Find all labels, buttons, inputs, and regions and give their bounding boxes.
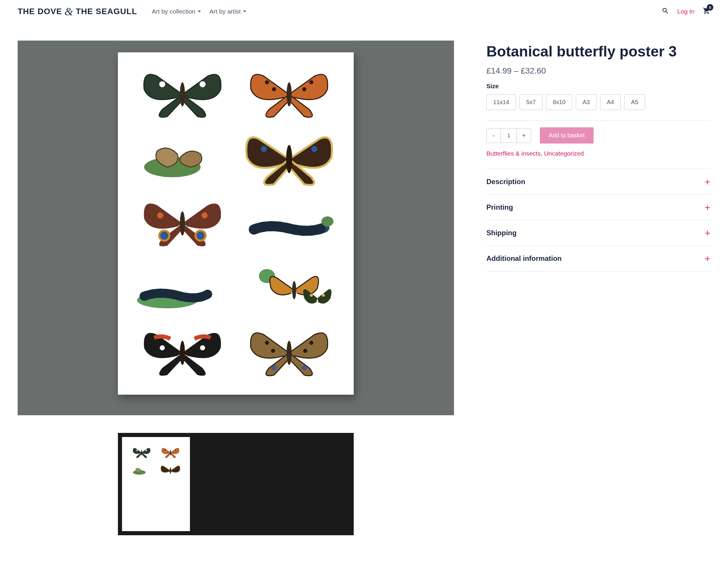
- svg-point-34: [136, 450, 138, 451]
- svg-point-30: [303, 349, 307, 353]
- plus-icon: +: [704, 228, 710, 238]
- search-icon[interactable]: [662, 7, 669, 16]
- size-option-5x7[interactable]: 5x7: [520, 94, 542, 110]
- butterfly-illustration: [132, 193, 233, 254]
- svg-point-12: [180, 211, 185, 236]
- header: THE DOVE & THE SEAGULL Art by collection…: [0, 0, 728, 23]
- size-option-a5[interactable]: A5: [624, 94, 645, 110]
- cart-button[interactable]: 0: [703, 7, 710, 16]
- plus-icon: +: [704, 177, 710, 187]
- product-title: Botanical butterfly poster 3: [486, 44, 710, 60]
- svg-point-0: [180, 82, 185, 106]
- svg-point-32: [302, 365, 307, 370]
- svg-point-22: [322, 294, 325, 297]
- svg-point-24: [160, 345, 165, 350]
- butterfly-illustration: [132, 323, 233, 383]
- svg-point-31: [272, 365, 277, 370]
- size-option-a3[interactable]: A3: [576, 94, 596, 110]
- svg-point-40: [170, 467, 171, 474]
- poster-frame-black: [118, 433, 354, 535]
- svg-point-2: [200, 81, 206, 87]
- svg-point-4: [265, 80, 269, 84]
- qty-increment-button[interactable]: +: [517, 129, 531, 143]
- caterpillar-illustration: [239, 193, 340, 254]
- svg-point-3: [287, 82, 292, 106]
- add-to-basket-button[interactable]: Add to basket: [540, 127, 593, 144]
- svg-point-1: [159, 81, 166, 87]
- nav-art-by-collection[interactable]: Art by collection: [152, 8, 201, 15]
- poster-artwork: [122, 437, 190, 531]
- nav-art-by-artist[interactable]: Art by artist: [210, 8, 246, 15]
- butterfly-illustration: [239, 323, 340, 383]
- qty-input[interactable]: [501, 129, 517, 143]
- svg-point-29: [271, 349, 275, 353]
- butterfly-illustration: [239, 64, 340, 125]
- separator: ,: [541, 150, 544, 157]
- svg-point-35: [146, 450, 147, 451]
- accordion-title: Printing: [486, 203, 513, 211]
- logo[interactable]: THE DOVE & THE SEAGULL: [18, 6, 137, 17]
- login-link[interactable]: Log In: [677, 8, 694, 15]
- category-link-butterflies[interactable]: Butterflies & insects: [486, 150, 540, 157]
- butterfly-illustration: [159, 464, 182, 477]
- product-details: Botanical butterfly poster 3 £14.99 – £3…: [486, 41, 710, 535]
- butterfly-illustration: [130, 446, 153, 459]
- size-option-11x14[interactable]: 11x14: [486, 94, 516, 110]
- accordion-additional-info[interactable]: Additional information +: [486, 246, 710, 271]
- svg-point-28: [309, 341, 313, 345]
- logo-part-right: THE SEAGULL: [76, 7, 137, 16]
- svg-point-26: [287, 341, 292, 365]
- svg-point-33: [141, 450, 142, 456]
- accordion-shipping[interactable]: Shipping +: [486, 220, 710, 246]
- chevron-down-icon: [198, 11, 201, 12]
- category-link-uncategorized[interactable]: Uncategorized: [544, 150, 584, 157]
- product-gallery: [18, 41, 454, 535]
- caterpillar-illustration: [132, 258, 233, 318]
- size-option-a4[interactable]: A4: [600, 94, 621, 110]
- svg-point-23: [180, 341, 185, 365]
- butterfly-illustration: [239, 258, 340, 318]
- svg-point-5: [309, 80, 313, 84]
- svg-point-13: [159, 231, 169, 241]
- butterfly-illustration: [130, 464, 153, 477]
- butterfly-illustration: [132, 64, 233, 125]
- main-content: Botanical butterfly poster 3 £14.99 – £3…: [0, 23, 728, 553]
- svg-point-7: [302, 87, 306, 91]
- product-categories: Butterflies & insects, Uncategorized: [486, 150, 710, 169]
- size-option-8x10[interactable]: 8x10: [546, 94, 572, 110]
- svg-point-14: [196, 231, 206, 241]
- svg-point-6: [272, 87, 276, 91]
- accordion-printing[interactable]: Printing +: [486, 194, 710, 220]
- cart-count-badge: 0: [707, 4, 713, 11]
- plus-icon: +: [704, 254, 710, 264]
- qty-decrement-button[interactable]: -: [487, 129, 501, 143]
- svg-point-21: [310, 294, 313, 297]
- nav-label: Art by artist: [210, 8, 241, 15]
- size-label: Size: [486, 83, 710, 90]
- svg-point-25: [200, 345, 205, 350]
- logo-part-left: THE DOVE: [18, 7, 62, 16]
- primary-nav: Art by collection Art by artist: [152, 8, 246, 15]
- nav-label: Art by collection: [152, 8, 195, 15]
- size-options: 11x14 5x7 8x10 A3 A4 A5: [486, 94, 710, 110]
- quantity-stepper: - +: [486, 128, 531, 143]
- chevron-down-icon: [243, 11, 246, 12]
- product-image-secondary[interactable]: [18, 430, 454, 535]
- accordion-title: Additional information: [486, 254, 562, 263]
- svg-point-15: [157, 212, 163, 219]
- add-to-cart-row: - + Add to basket: [486, 121, 710, 150]
- product-image-primary[interactable]: [18, 41, 454, 415]
- product-price: £14.99 – £32.60: [486, 66, 710, 76]
- accordion-title: Description: [486, 178, 525, 186]
- accordion-title: Shipping: [486, 229, 517, 237]
- poster-frame-white: [118, 52, 354, 395]
- svg-point-27: [265, 341, 269, 345]
- accordion-description[interactable]: Description +: [486, 169, 710, 194]
- butterfly-illustration: [159, 446, 182, 459]
- butterfly-illustration: [132, 129, 233, 189]
- svg-point-9: [286, 145, 292, 173]
- svg-point-38: [175, 450, 176, 451]
- svg-point-10: [261, 146, 267, 152]
- svg-point-17: [321, 216, 333, 226]
- svg-point-11: [311, 146, 318, 152]
